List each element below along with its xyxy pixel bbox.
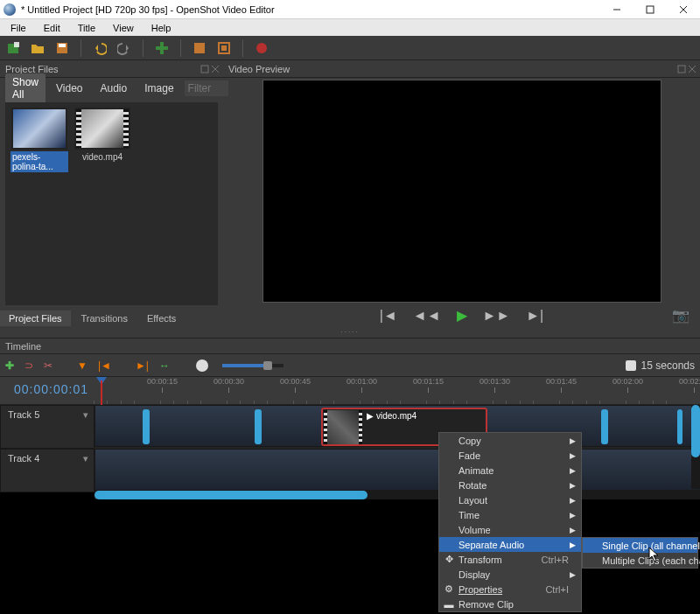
- menu-item[interactable]: Separate Audio▶: [439, 537, 581, 552]
- chevron-down-icon[interactable]: ▾: [83, 453, 88, 464]
- menu-item[interactable]: Single Clip (all channels): [583, 538, 697, 553]
- next-marker-icon[interactable]: ►|: [136, 359, 149, 372]
- timeline-tracks: Track 5 ▾ Track 4 ▾ ▶video.mp4: [0, 405, 700, 492]
- timeline-hscroll[interactable]: [94, 491, 700, 499]
- razor-icon[interactable]: ✂: [44, 359, 52, 372]
- menu-bar: File Edit Title View Help: [0, 19, 700, 36]
- zoom-lock-checkbox[interactable]: [626, 360, 636, 371]
- preview-canvas: [262, 80, 662, 303]
- menu-item[interactable]: ▬Remove Clip: [439, 597, 581, 611]
- menu-item[interactable]: Time▶: [439, 507, 581, 522]
- tab-effects[interactable]: Effects: [138, 310, 185, 326]
- tab-audio[interactable]: Audio: [94, 80, 135, 97]
- window-title: * Untitled Project [HD 720p 30 fps] - Op…: [21, 4, 600, 15]
- clip-marker[interactable]: [255, 409, 262, 444]
- ruler-major-tick: 00:02:15: [679, 377, 700, 404]
- menu-item[interactable]: Fade▶: [439, 448, 581, 463]
- menu-item[interactable]: Display▶: [439, 567, 581, 582]
- asset-item[interactable]: pexels-polina-ta...: [10, 108, 68, 300]
- play-icon[interactable]: ▶: [457, 307, 467, 324]
- minimize-button[interactable]: [600, 0, 634, 19]
- menu-item[interactable]: ⚙PropertiesCtrl+I: [439, 582, 581, 597]
- chevron-down-icon[interactable]: ▾: [83, 409, 88, 421]
- menu-item[interactable]: Volume▶: [439, 522, 581, 537]
- new-project-icon[interactable]: [5, 40, 21, 56]
- track-header[interactable]: Track 4 ▾: [0, 449, 94, 492]
- menu-item[interactable]: Animate▶: [439, 463, 581, 478]
- zoom-knob-icon[interactable]: [196, 359, 208, 372]
- asset-filter-input[interactable]: [185, 80, 228, 96]
- timeline-ruler[interactable]: 00:00:00:01 00:00:1500:00:3000:00:4500:0…: [0, 377, 700, 405]
- svg-rect-7: [194, 43, 205, 53]
- redo-icon[interactable]: [116, 40, 132, 56]
- fullscreen-icon[interactable]: [216, 40, 232, 56]
- svg-rect-4: [59, 44, 66, 47]
- snapshot-icon[interactable]: 📷: [672, 307, 690, 324]
- tab-image[interactable]: Image: [137, 80, 180, 97]
- add-marker-icon[interactable]: ▼: [77, 359, 88, 372]
- close-button[interactable]: [667, 0, 700, 19]
- track-header[interactable]: Track 5 ▾: [0, 405, 94, 449]
- undock-icon[interactable]: [677, 65, 686, 73]
- asset-thumb-video: [74, 108, 130, 150]
- menu-file[interactable]: File: [4, 22, 33, 34]
- timeline-toolbar: ✚ ⊃ ✂ ▼ |◄ ►| ↔ 15 seconds: [0, 354, 700, 377]
- track-lane[interactable]: ▶video.mp4: [94, 405, 700, 447]
- menu-item[interactable]: Layout▶: [439, 492, 581, 507]
- svg-rect-12: [678, 66, 685, 73]
- clip-marker[interactable]: [601, 409, 608, 444]
- zoom-slider[interactable]: [222, 364, 284, 367]
- profile-icon[interactable]: [192, 40, 207, 56]
- openshot-icon: [4, 3, 16, 16]
- center-playhead-icon[interactable]: ↔: [159, 359, 170, 372]
- tab-transitions[interactable]: Transitions: [73, 310, 136, 326]
- add-track-icon[interactable]: ✚: [5, 359, 14, 372]
- panel-close-icon[interactable]: [211, 65, 220, 73]
- bottom-tabs: Project Files Transitions Effects: [0, 309, 223, 328]
- tab-show-all[interactable]: Show All: [5, 73, 46, 103]
- menu-item[interactable]: Rotate▶: [439, 478, 581, 492]
- zoom-label: 15 seconds: [641, 359, 695, 372]
- jump-end-icon[interactable]: ►|: [526, 308, 543, 324]
- clip-context-menu: Copy▶Fade▶Animate▶Rotate▶Layout▶Time▶Vol…: [438, 432, 582, 612]
- timeline-vscroll[interactable]: [691, 405, 700, 489]
- menu-item[interactable]: Copy▶: [439, 433, 581, 448]
- menu-item[interactable]: Multiple Clips (each channel): [583, 553, 697, 568]
- asset-name: pexels-polina-ta...: [10, 151, 68, 172]
- project-files-panel: Show All Video Audio Image pexels-polina…: [0, 78, 223, 328]
- menu-help[interactable]: Help: [144, 22, 178, 34]
- jump-start-icon[interactable]: |◄: [380, 308, 397, 324]
- undo-icon[interactable]: [92, 40, 108, 56]
- separate-audio-submenu: Single Clip (all channels)Multiple Clips…: [582, 537, 698, 569]
- maximize-button[interactable]: [634, 0, 667, 19]
- timeline-lanes[interactable]: ▶video.mp4: [94, 405, 700, 492]
- menu-item[interactable]: ✥TransformCtrl+R: [439, 552, 581, 567]
- clip-name: ▶video.mp4: [367, 409, 416, 421]
- tab-video[interactable]: Video: [49, 80, 89, 97]
- menu-view[interactable]: View: [106, 22, 141, 34]
- playhead-icon[interactable]: [96, 377, 107, 387]
- snap-icon[interactable]: ⊃: [24, 359, 33, 372]
- menu-edit[interactable]: Edit: [37, 22, 67, 34]
- export-video-icon[interactable]: [254, 40, 270, 56]
- asset-item[interactable]: video.mp4: [74, 108, 131, 300]
- track-name: Track 5: [8, 409, 39, 420]
- track-lane[interactable]: [94, 449, 700, 491]
- playhead-timecode: 00:00:00:01: [0, 377, 94, 404]
- fast-forward-icon[interactable]: ►►: [483, 308, 511, 324]
- import-files-icon[interactable]: [154, 40, 170, 56]
- clip-marker[interactable]: [677, 409, 682, 444]
- svg-point-10: [256, 43, 267, 53]
- rewind-icon[interactable]: ◄◄: [413, 308, 441, 324]
- tab-project-files[interactable]: Project Files: [0, 310, 71, 326]
- menu-title[interactable]: Title: [71, 22, 102, 34]
- undock-icon[interactable]: [200, 65, 209, 73]
- open-project-icon[interactable]: [30, 40, 46, 56]
- save-project-icon[interactable]: [54, 40, 70, 56]
- clip-marker[interactable]: [143, 409, 150, 444]
- timeline-header: Timeline: [0, 338, 700, 354]
- video-preview-panel: |◄ ◄◄ ▶ ►► ►| 📷: [223, 78, 700, 328]
- splitter-handle[interactable]: ·····: [0, 328, 700, 338]
- prev-marker-icon[interactable]: |◄: [98, 359, 111, 372]
- panel-close-icon[interactable]: [688, 65, 696, 73]
